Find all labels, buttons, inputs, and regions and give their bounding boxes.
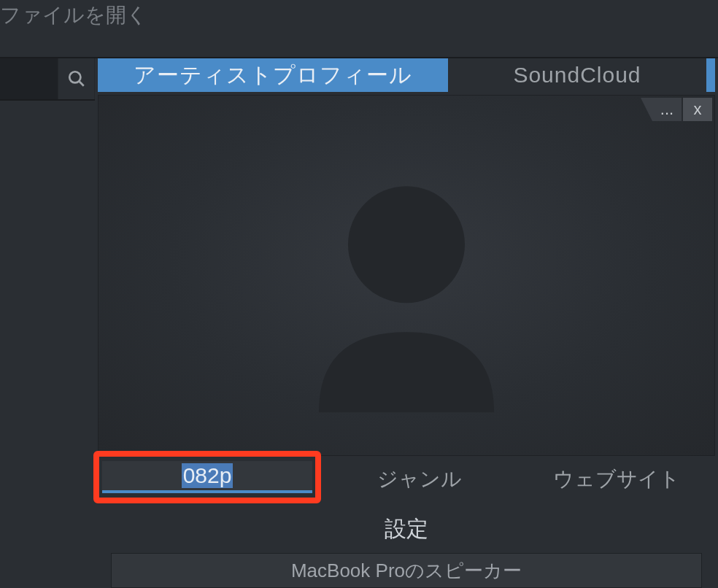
settings-heading: 設定 [98, 501, 715, 553]
svg-line-1 [79, 82, 83, 86]
svg-point-0 [69, 71, 80, 82]
search-icon [67, 69, 86, 88]
open-file-label[interactable]: ファイルを開く [0, 0, 147, 29]
avatar-area[interactable] [98, 95, 715, 456]
artist-name-input[interactable]: 082p [102, 461, 312, 493]
close-icon: x [694, 100, 702, 119]
left-tab-glyph: ゙ [19, 66, 39, 92]
audio-output-select[interactable]: MacBook Proのスピーカー [111, 553, 702, 588]
close-button[interactable]: x [683, 98, 712, 121]
panel-corner-buttons: ... x [652, 98, 712, 121]
tab-artist-profile[interactable]: アーティストプロフィール [98, 58, 448, 92]
main-row: ゙ アーティストプロフィール SoundCloud ... x [0, 58, 718, 588]
artist-name-highlight: 082p [93, 451, 321, 503]
search-button[interactable] [58, 58, 95, 99]
ellipsis-icon: ... [660, 100, 673, 119]
left-top-row: ゙ [0, 58, 95, 101]
website-field[interactable]: ウェブサイト [518, 465, 715, 493]
tab-stub-right[interactable] [706, 58, 715, 92]
genre-field[interactable]: ジャンル [321, 465, 518, 493]
left-tab-stub[interactable]: ゙ [0, 58, 58, 99]
audio-output-value: MacBook Proのスピーカー [291, 558, 522, 584]
artist-name-value: 082p [182, 463, 233, 488]
profile-panel: ... x 082p ジャンル ウェブサイト [98, 95, 715, 588]
avatar-placeholder-icon [275, 150, 538, 412]
tab-soundcloud[interactable]: SoundCloud [451, 58, 703, 92]
tabs-row: アーティストプロフィール SoundCloud [98, 58, 715, 92]
top-bar: ファイルを開く [0, 0, 718, 58]
left-column: ゙ [0, 58, 95, 588]
svg-point-2 [348, 186, 465, 303]
fields-row: 082p ジャンル ウェブサイト [98, 457, 715, 501]
content-column: アーティストプロフィール SoundCloud ... x [98, 58, 715, 588]
more-button[interactable]: ... [652, 98, 682, 121]
